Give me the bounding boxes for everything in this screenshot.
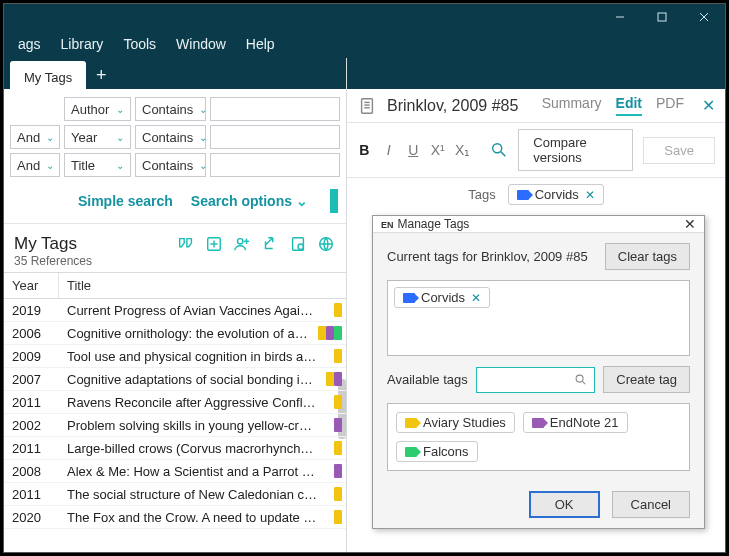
edit-toolbar: B I U X¹ X₁ Compare versions Save [347,123,725,178]
header-title[interactable]: Title [59,273,346,298]
current-tags-label: Current tags for Brinklov, 2009 #85 [387,249,588,264]
maximize-button[interactable] [641,4,683,30]
reference-title: Brinklov, 2009 #85 [387,97,532,115]
tag-pip-icon [334,372,342,386]
table-row[interactable]: 2011Large-billed crows (Corvus macrorhyn… [4,437,346,460]
remove-tag-icon[interactable]: ✕ [585,188,595,202]
menu-tags[interactable]: ags [8,32,51,56]
tag-search-input[interactable] [476,367,596,393]
tag-icon [405,447,417,457]
tabs-bar: My Tags + [4,58,346,89]
add-person-icon[interactable] [232,234,252,254]
share-icon[interactable] [260,234,280,254]
minimize-button[interactable] [599,4,641,30]
current-tag-chip[interactable]: Corvids ✕ [394,287,490,308]
dialog-title: Manage Tags [398,217,470,231]
condition-select-0[interactable]: Contains⌄ [135,97,206,121]
table-row[interactable]: 2008Alex & Me: How a Scientist and a Par… [4,460,346,483]
dialog-close-button[interactable]: ✕ [684,216,696,232]
simple-search-link[interactable]: Simple search [78,193,173,209]
table-row[interactable]: 2011The social structure of New Caledoni… [4,483,346,506]
italic-button[interactable]: I [382,142,397,158]
menu-tools[interactable]: Tools [113,32,166,56]
value-input-0[interactable] [210,97,340,121]
field-select-2[interactable]: Title⌄ [64,153,131,177]
filter-row-1: And⌄ Year⌄ Contains⌄ [10,125,340,149]
table-row[interactable]: 2020The Fox and the Crow. A need to upda… [4,506,346,529]
field-select-1[interactable]: Year⌄ [64,125,131,149]
search-icon[interactable] [490,140,508,160]
reference-subtabs: Summary Edit PDF [542,95,684,116]
bold-button[interactable]: B [357,142,372,158]
export-icon[interactable] [288,234,308,254]
save-button[interactable]: Save [643,137,715,164]
tag-icon [403,293,415,303]
tag-icon [532,418,544,428]
available-tags-box: Aviary Studies EndNote 21 Falcons [387,403,690,471]
table-row[interactable]: 2006Cognitive ornithology: the evolution… [4,322,346,345]
create-tag-button[interactable]: Create tag [603,366,690,393]
cell-year: 2008 [4,464,59,479]
cell-year: 2020 [4,510,59,525]
cell-year: 2011 [4,441,59,456]
field-select-0[interactable]: Author⌄ [64,97,131,121]
menubar: ags Library Tools Window Help [4,30,725,58]
subtab-edit[interactable]: Edit [616,95,642,116]
superscript-button[interactable]: X¹ [431,142,446,158]
cell-title: The Fox and the Crow. A need to update p… [59,510,346,525]
menu-window[interactable]: Window [166,32,236,56]
compare-versions-button[interactable]: Compare versions [518,129,633,171]
condition-select-1[interactable]: Contains⌄ [135,125,206,149]
reference-icon [357,96,377,116]
svg-point-19 [576,375,583,382]
value-input-1[interactable] [210,125,340,149]
value-input-2[interactable] [210,153,340,177]
row-tags [334,418,342,432]
close-button[interactable] [683,4,725,30]
table-row[interactable]: 2019Current Progress of Avian Vaccines A… [4,299,346,322]
table-row[interactable]: 2002Problem solving skills in young yell… [4,414,346,437]
cell-year: 2009 [4,349,59,364]
row-tags [334,487,342,501]
close-reference-button[interactable]: ✕ [702,96,715,115]
menu-help[interactable]: Help [236,32,285,56]
condition-select-2[interactable]: Contains⌄ [135,153,206,177]
tab-my-tags[interactable]: My Tags [10,61,86,89]
table-header: Year Title [4,272,346,299]
subtab-summary[interactable]: Summary [542,95,602,116]
cell-year: 2002 [4,418,59,433]
web-icon[interactable] [316,234,336,254]
cancel-button[interactable]: Cancel [612,491,690,518]
menu-library[interactable]: Library [51,32,114,56]
tag-pip-icon [334,510,342,524]
ok-button[interactable]: OK [529,491,600,518]
cell-year: 2019 [4,303,59,318]
underline-button[interactable]: U [406,142,421,158]
row-tags [334,349,342,363]
row-tags [334,464,342,478]
add-tab-button[interactable]: + [86,61,116,89]
table-row[interactable]: 2011Ravens Reconcile after Aggressive Co… [4,391,346,414]
search-accent [330,189,338,213]
table-row[interactable]: 2007Cognitive adaptations of social bond… [4,368,346,391]
cell-title: Problem solving skills in young yellow-c… [59,418,346,433]
available-tag-falcons[interactable]: Falcons [396,441,478,462]
cite-icon[interactable] [176,234,196,254]
tag-chip-corvids[interactable]: Corvids ✕ [508,184,604,205]
group-header: My Tags 35 References [4,224,346,272]
remove-tag-icon[interactable]: ✕ [471,291,481,305]
add-reference-icon[interactable] [204,234,224,254]
subtab-pdf[interactable]: PDF [656,95,684,116]
subscript-button[interactable]: X₁ [455,142,470,158]
search-options-link[interactable]: Search options⌄ [191,193,308,209]
operator-select-2[interactable]: And⌄ [10,153,60,177]
cell-title: Ravens Reconcile after Aggressive Confli… [59,395,346,410]
tag-pip-icon [334,441,342,455]
reference-list[interactable]: 2019Current Progress of Avian Vaccines A… [4,299,346,552]
available-tag-endnote[interactable]: EndNote 21 [523,412,628,433]
table-row[interactable]: 2009Tool use and physical cognition in b… [4,345,346,368]
clear-tags-button[interactable]: Clear tags [605,243,690,270]
available-tag-aviary[interactable]: Aviary Studies [396,412,515,433]
header-year[interactable]: Year [4,273,59,298]
operator-select-1[interactable]: And⌄ [10,125,60,149]
